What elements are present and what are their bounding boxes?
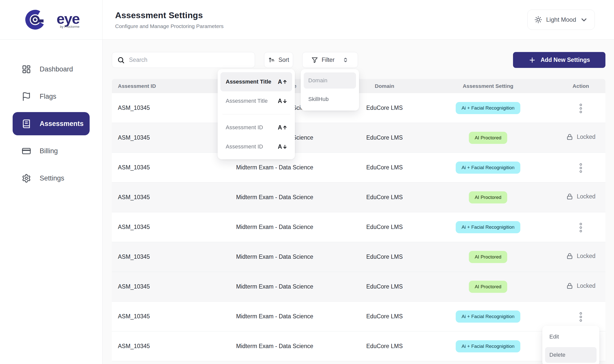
assessment-title-cell: Midterm Exam - Data Science [200, 194, 349, 201]
assessment-setting-badge: Ai + Facial Recognigition [456, 162, 520, 174]
theme-mode-toggle[interactable]: Light Mood [527, 10, 595, 30]
sort-button-label: Sort [278, 57, 289, 63]
page-title: Assessment Settings [115, 10, 224, 20]
unfold-more-icon [342, 57, 349, 63]
sort-option-id-desc[interactable]: Assessment ID A [220, 137, 292, 156]
assessment-id-cell: ASM_10345 [112, 343, 200, 350]
assessment-id-cell: ASM_10345 [112, 134, 200, 141]
plus-icon [528, 56, 536, 64]
table-row: ASM_10345 Midterm Exam - Data Science Ed… [112, 212, 605, 242]
table-toolbar: Sort Filter [112, 52, 605, 68]
sidebar-nav: Dashboard Flags Assessments [0, 40, 102, 190]
credit-card-icon [22, 146, 31, 156]
assessment-title-cell: Midterm Exam - Data Science [200, 313, 349, 320]
lock-icon [566, 252, 573, 260]
sidebar-item-flags[interactable]: Flags [13, 85, 90, 108]
sidebar-item-label: Billing [40, 147, 58, 155]
locked-status: Locked [566, 252, 595, 260]
sort-alpha-ascending-icon: A [278, 79, 288, 85]
domain-cell: EduCore LMS [349, 134, 420, 141]
sort-option-title-asc[interactable]: Assessment Title A [220, 72, 292, 91]
sort-option-title-desc[interactable]: Assessment Title A [220, 91, 292, 111]
lock-icon [566, 193, 573, 200]
context-menu-edit[interactable]: Edit [545, 329, 597, 345]
domain-cell: EduCore LMS [349, 224, 420, 230]
assessment-setting-badge: AI Proctored [469, 191, 507, 203]
sidebar-item-billing[interactable]: Billing [13, 139, 90, 163]
context-menu-delete[interactable]: Delete [545, 347, 597, 363]
assessment-title-cell: Midterm Exam - Data Science [200, 283, 349, 290]
sidebar-item-settings[interactable]: Settings [13, 167, 90, 190]
row-actions-menu-button[interactable] [578, 221, 584, 234]
menu-divider [222, 114, 290, 114]
row-actions-menu-button[interactable] [578, 161, 584, 175]
table-row: ASM_10345 Midterm Exam - Data Science Ed… [112, 123, 605, 153]
add-new-settings-button[interactable]: Add New Settings [513, 52, 605, 68]
sort-alpha-descending-icon: A [278, 143, 288, 150]
assessment-title-cell: Midterm Exam - Data Science [200, 164, 349, 171]
assessment-title-cell: Midterm Exam - Data Science [200, 253, 349, 260]
domain-cell: EduCore LMS [349, 105, 420, 111]
filter-option-skillhub[interactable]: SkillHub [304, 91, 356, 107]
sidebar-item-assessments[interactable]: Assessments [13, 112, 90, 135]
funnel-icon [311, 57, 318, 63]
lock-icon [566, 133, 573, 141]
assessment-title-cell: Midterm Exam - Data Science [200, 343, 349, 350]
assessment-id-cell: ASM_10345 [112, 253, 200, 260]
sort-button[interactable]: Sort [264, 52, 293, 68]
domain-cell: EduCore LMS [349, 343, 420, 350]
theme-mode-label: Light Mood [546, 16, 576, 23]
column-header-assessment-setting: Assessment Setting [420, 83, 556, 89]
assessment-id-cell: ASM_10345 [112, 313, 200, 320]
sidebar-item-label: Flags [40, 93, 56, 100]
domain-cell: EduCore LMS [349, 283, 420, 290]
locked-status: Locked [566, 193, 595, 200]
sidebar-item-label: Dashboard [40, 65, 73, 73]
filter-option-domain[interactable]: Domain [304, 72, 356, 89]
column-header-assessment-id: Assessment ID [112, 83, 200, 89]
search-input[interactable] [129, 57, 250, 63]
page-subtitle: Configure and Manage Proctoring Paramete… [115, 23, 224, 29]
assessment-id-cell: ASM_10345 [112, 283, 200, 290]
filter-button[interactable]: Filter [302, 52, 358, 68]
assessment-setting-badge: Ai + Facial Recognigition [456, 310, 520, 323]
filter-button-label: Filter [322, 57, 335, 63]
column-header-action: Action [556, 83, 605, 89]
filter-dropdown-menu: Domain SkillHub [301, 69, 359, 111]
assessment-id-cell: ASM_10345 [112, 194, 200, 201]
chevron-down-icon [580, 16, 588, 24]
assessment-title-cell: Midterm Exam - Data Science [200, 224, 349, 230]
domain-cell: EduCore LMS [349, 313, 420, 320]
locked-status: Locked [566, 282, 595, 290]
table-row: ASM_10345 Midterm Exam - Data Science Ed… [112, 272, 605, 302]
assessment-setting-badge: Ai + Facial Recognigition [456, 102, 520, 114]
lock-icon [566, 282, 573, 290]
sort-alpha-descending-icon: A [278, 98, 288, 105]
row-context-menu: Edit Delete [542, 326, 599, 364]
table-row: ASM_10345 Midterm Exam - Data Science Ed… [112, 331, 605, 361]
sort-option-id-asc[interactable]: Assessment ID A [220, 118, 292, 137]
sort-dropdown-menu: Assessment Title A Assessment Title A As… [218, 69, 295, 159]
search-box [112, 52, 255, 68]
brand-name: eye [57, 11, 80, 26]
sidebar-item-dashboard[interactable]: Dashboard [13, 58, 90, 81]
sort-ascending-icon [268, 57, 275, 63]
domain-cell: EduCore LMS [349, 253, 420, 260]
domain-cell: EduCore LMS [349, 194, 420, 201]
locked-status: Locked [566, 133, 595, 141]
row-actions-menu-button[interactable] [578, 102, 584, 115]
search-icon [117, 56, 125, 64]
book-icon [22, 119, 31, 128]
domain-cell: EduCore LMS [349, 164, 420, 171]
top-bar: Assessment Settings Configure and Manage… [103, 0, 614, 40]
assessment-setting-badge: Ai + Facial Recognigition [456, 340, 520, 352]
table-row: ASM_10345 Midterm Exam - Data Science Ed… [112, 153, 605, 183]
assessment-id-cell: ASM_10345 [112, 164, 200, 171]
assessment-setting-badge: AI Proctored [469, 251, 507, 263]
logo: eye by Proctorme [0, 0, 102, 40]
assessment-setting-badge: AI Proctored [469, 132, 507, 144]
row-actions-menu-button[interactable] [578, 310, 584, 324]
assessments-table: Assessment ID Assessment Title Domain As… [112, 79, 605, 361]
dashboard-icon [22, 65, 31, 74]
gear-icon [22, 174, 31, 183]
